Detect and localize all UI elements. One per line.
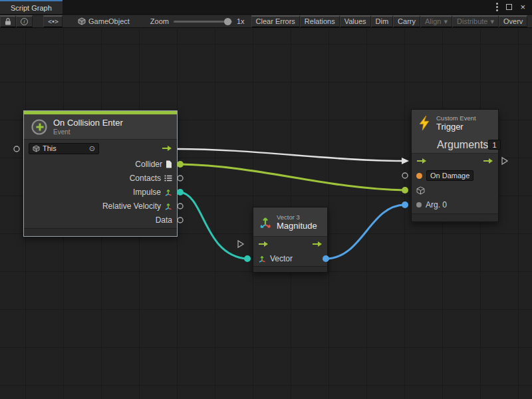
vector3-icon (164, 202, 172, 210)
port-row-event-name[interactable]: On Damage (412, 168, 498, 183)
data-port[interactable] (178, 217, 183, 223)
document-icon (166, 160, 172, 168)
arguments-count-field[interactable]: 1 (488, 140, 500, 150)
node-footer (412, 213, 498, 221)
cube-icon (416, 186, 425, 195)
tab-title: Script Graph (11, 4, 52, 12)
node-subtitle: Event (53, 128, 123, 136)
flow-in-port[interactable] (416, 158, 427, 164)
dim-button[interactable]: Dim (371, 15, 394, 28)
node-title: On Collision Enter (53, 118, 123, 128)
lock-icon (5, 17, 11, 25)
port-row-contacts[interactable]: Contacts (24, 171, 177, 185)
trigger-target-port-dot[interactable] (402, 187, 408, 194)
values-button[interactable]: Values (340, 15, 371, 28)
clear-errors-button[interactable]: Clear Errors (251, 15, 300, 28)
wire-impulse-to-vector[interactable] (180, 192, 247, 259)
event-name-edge-port[interactable] (402, 173, 408, 178)
wire-control-flow[interactable] (178, 149, 402, 161)
close-icon[interactable]: × (520, 3, 525, 11)
port-row-relative-velocity[interactable]: Relative Velocity (24, 199, 177, 213)
target-value: This (43, 144, 57, 152)
contacts-port[interactable] (178, 176, 183, 181)
wire-arrowhead-icon (402, 158, 409, 164)
overview-button[interactable]: Overv (499, 15, 527, 28)
node-header: Custom Event Trigger (412, 110, 498, 136)
chevron-down-icon: ▾ (490, 17, 494, 26)
menu-icon[interactable] (496, 3, 498, 11)
port-row-vector[interactable]: Vector (253, 251, 327, 266)
node-footer (24, 228, 177, 236)
zoom-label: Zoom (150, 17, 169, 25)
lightning-icon (418, 116, 431, 130)
gameobject-label: GameObject (88, 17, 130, 25)
chevron-down-icon: ▾ (444, 17, 448, 26)
arguments-row: Arguments 1 (412, 136, 498, 154)
vector3-flow-in-triangle[interactable] (238, 241, 243, 247)
flow-in-port[interactable] (258, 241, 269, 247)
flow-out-port[interactable] (162, 145, 172, 152)
info-button[interactable]: i (16, 15, 33, 28)
window-controls: × (496, 0, 532, 14)
node-on-collision-enter[interactable]: On Collision Enter Event This ⊙ Collider… (23, 110, 178, 237)
align-dropdown[interactable]: Align ▾ (420, 15, 452, 28)
list-icon (164, 175, 172, 182)
node-vector3-magnitude[interactable]: Vector 3 Magnitude Vector (253, 207, 328, 273)
code-view-button[interactable]: <•> (43, 15, 63, 28)
graph-toolbar: i <•> GameObject Zoom 1x Clear Errors Re… (0, 15, 532, 28)
trigger-arg0-port-dot[interactable] (402, 201, 408, 208)
tab-bar: Script Graph × (0, 0, 532, 15)
graph-canvas[interactable]: On Collision Enter Event This ⊙ Collider… (0, 29, 532, 399)
code-icon: <•> (48, 18, 58, 25)
node-title: Magnitude (277, 221, 317, 231)
zoom-control: Zoom 1x (150, 17, 245, 25)
target-field[interactable]: This ⊙ (29, 143, 99, 154)
oce-input-port[interactable] (14, 146, 19, 152)
zoom-slider-handle[interactable] (224, 18, 231, 25)
zoom-value: 1x (237, 17, 245, 25)
object-picker-icon[interactable]: ⊙ (89, 144, 95, 153)
event-name-field[interactable]: On Damage (426, 170, 473, 181)
node-type-label: Custom Event (436, 114, 476, 122)
cube-icon (78, 17, 86, 25)
wire-collider-to-target[interactable] (180, 164, 405, 190)
port-row-target[interactable] (412, 183, 498, 198)
arguments-label: Arguments (437, 139, 488, 151)
port-row-collider[interactable]: Collider (24, 157, 177, 171)
cube-icon (33, 145, 40, 152)
string-port-dot[interactable] (416, 173, 422, 179)
port-row-impulse[interactable]: Impulse (24, 185, 177, 199)
vector3-icon (259, 215, 272, 229)
unity-script-graph-window: Script Graph × i <•> GameObject Zoom 1x … (0, 0, 532, 399)
vector-input-port-dot[interactable] (244, 255, 251, 262)
port-row-data[interactable]: Data (24, 213, 177, 227)
maximize-icon[interactable] (506, 4, 512, 10)
event-icon (31, 118, 48, 136)
node-type-label: Vector 3 (277, 213, 317, 221)
node-title: Trigger (436, 122, 476, 132)
port-row-arg0[interactable]: Arg. 0 (412, 198, 498, 212)
node-trigger-custom-event[interactable]: Custom Event Trigger Arguments 1 On Dama… (411, 109, 499, 222)
relations-button[interactable]: Relations (300, 15, 340, 28)
wire-magnitude-to-arg0[interactable] (326, 205, 405, 259)
vector3-icon (258, 255, 266, 263)
info-icon: i (21, 18, 28, 25)
flow-out-port[interactable] (312, 241, 323, 247)
collider-port-dot[interactable] (177, 161, 184, 168)
distribute-dropdown[interactable]: Distribute ▾ (452, 15, 499, 28)
node-header: On Collision Enter Event (24, 114, 177, 140)
trigger-flow-out-triangle[interactable] (502, 158, 507, 164)
lock-button[interactable] (0, 15, 16, 28)
zoom-slider[interactable] (174, 21, 232, 23)
arg0-port-dot[interactable] (416, 202, 422, 207)
carry-button[interactable]: Carry (393, 15, 420, 28)
impulse-port-dot[interactable] (177, 189, 184, 196)
vector3-icon (164, 188, 172, 196)
node-footer (253, 266, 327, 272)
gameobject-selector[interactable]: GameObject (73, 15, 134, 28)
relative-velocity-port[interactable] (178, 203, 183, 209)
node-header: Vector 3 Magnitude (253, 207, 327, 237)
flow-out-port[interactable] (483, 158, 493, 164)
tab-script-graph[interactable]: Script Graph (0, 0, 63, 14)
